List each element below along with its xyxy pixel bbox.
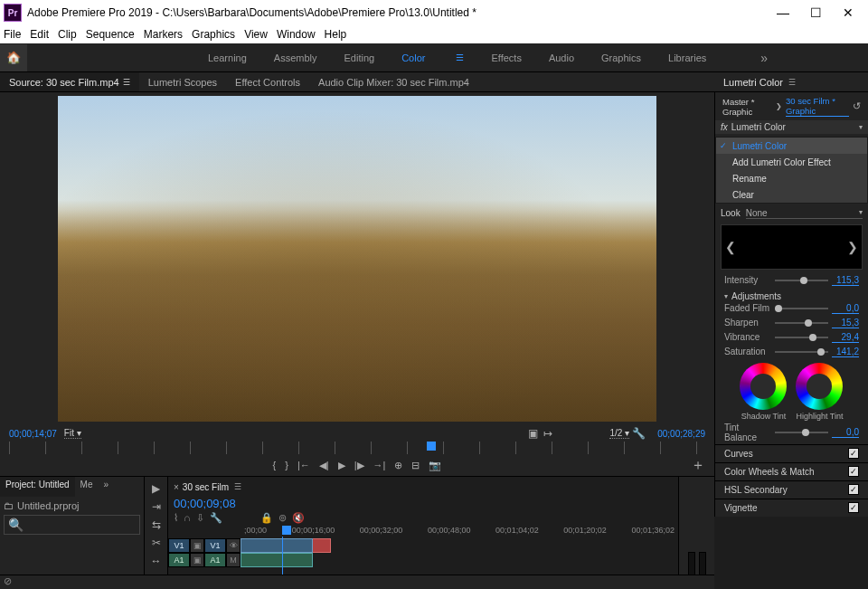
tab-more-icon[interactable]: »: [99, 477, 115, 497]
ripple-tool-icon[interactable]: ⇆: [152, 518, 161, 531]
zoom-fit-dropdown[interactable]: Fit ▾: [64, 428, 81, 439]
tint-balance-slider[interactable]: [775, 432, 828, 433]
workspace-more-button[interactable]: »: [760, 51, 768, 65]
track-v1-target[interactable]: V1: [204, 538, 226, 553]
workspace-menu-icon[interactable]: ☰: [456, 52, 464, 62]
track-a1-source[interactable]: A1: [168, 553, 190, 567]
track-select-tool-icon[interactable]: ⇥: [152, 500, 161, 513]
track-a1-target[interactable]: A1: [204, 553, 226, 567]
workspace-graphics[interactable]: Graphics: [601, 52, 641, 63]
menu-file[interactable]: File: [4, 28, 21, 41]
timeline-ruler[interactable]: ;00;00 00;00;16;00 00;00;32;00 00;00;48;…: [241, 526, 678, 538]
workspace-learning[interactable]: Learning: [208, 52, 247, 63]
timeline-timecode[interactable]: 00;00;09;08: [168, 497, 678, 510]
marker-icon[interactable]: ⇩: [196, 512, 204, 524]
close-button[interactable]: ✕: [832, 0, 864, 25]
project-file[interactable]: 🗀Untitled.prproj: [4, 500, 140, 511]
tab-effect-controls[interactable]: Effect Controls: [226, 72, 309, 91]
clip-link[interactable]: 30 sec Film * Graphic: [786, 96, 849, 117]
tab-media[interactable]: Me: [75, 477, 99, 497]
minimize-button[interactable]: —: [767, 0, 799, 25]
faded-film-slider[interactable]: [775, 308, 828, 309]
highlight-tint-wheel[interactable]: [796, 363, 843, 410]
workspace-editing[interactable]: Editing: [344, 52, 375, 63]
ruler-playhead[interactable]: [427, 442, 436, 451]
intensity-slider[interactable]: [775, 280, 828, 281]
viewer-ruler[interactable]: [9, 442, 705, 454]
vibrance-value[interactable]: 29,4: [832, 332, 859, 343]
workspace-color[interactable]: Color: [401, 52, 425, 63]
dropdown-item-lumetri[interactable]: Lumetri Color: [716, 138, 867, 154]
play-button[interactable]: ▶: [338, 460, 345, 471]
button-editor-icon[interactable]: ＋: [691, 456, 705, 475]
section-curves[interactable]: Curves✓: [715, 444, 868, 462]
menu-help[interactable]: Help: [325, 28, 347, 41]
menu-graphics[interactable]: Graphics: [192, 28, 235, 41]
step-back-icon[interactable]: ◀|: [319, 460, 329, 471]
menu-markers[interactable]: Markers: [144, 28, 183, 41]
faded-film-value[interactable]: 0,0: [832, 303, 859, 314]
overwrite-icon[interactable]: ↦: [543, 427, 552, 440]
timeline-playhead[interactable]: [282, 526, 291, 535]
fx-dropdown-trigger[interactable]: fx Lumetri Color ▾ Lumetri Color Add Lum…: [715, 120, 868, 134]
track-mute-icon[interactable]: 🔇: [292, 512, 305, 524]
home-button[interactable]: 🏠: [0, 44, 27, 71]
menu-edit[interactable]: Edit: [30, 28, 49, 41]
mark-in-icon[interactable]: {: [273, 460, 277, 470]
resolution-dropdown[interactable]: 1/2 ▾: [609, 428, 629, 439]
adjustments-header[interactable]: ▾Adjustments: [715, 288, 868, 301]
track-v1-toggle[interactable]: ▣: [190, 538, 204, 553]
reset-icon[interactable]: ↺: [853, 100, 861, 112]
menu-view[interactable]: View: [244, 28, 268, 41]
saturation-value[interactable]: 141,2: [832, 347, 859, 357]
video-clip[interactable]: [241, 538, 313, 553]
workspace-effects[interactable]: Effects: [491, 52, 521, 63]
next-look-icon[interactable]: ❯: [847, 240, 858, 254]
settings-icon[interactable]: 🔧: [632, 427, 646, 440]
menu-sequence[interactable]: Sequence: [86, 28, 135, 41]
look-dropdown[interactable]: None▾: [746, 208, 863, 219]
dropdown-item-clear[interactable]: Clear: [716, 186, 867, 203]
tab-source[interactable]: Source: 30 sec Film.mp4☰: [0, 72, 139, 91]
workspace-audio[interactable]: Audio: [549, 52, 574, 63]
panel-menu-icon[interactable]: ☰: [788, 78, 796, 87]
sharpen-value[interactable]: 15,3: [832, 318, 859, 328]
track-v1-eye-icon[interactable]: 👁: [226, 538, 241, 553]
selection-tool-icon[interactable]: ▶: [152, 482, 160, 495]
duration-timecode[interactable]: 00;00;28;29: [657, 429, 705, 439]
prev-look-icon[interactable]: ❮: [725, 240, 736, 254]
audio-clip[interactable]: [241, 553, 313, 567]
sequence-name[interactable]: 30 sec Film: [183, 482, 229, 492]
playhead-timecode[interactable]: 00;00;14;07: [9, 429, 57, 439]
panel-menu-icon[interactable]: ☰: [123, 78, 130, 87]
tab-project[interactable]: Project: Untitled: [0, 477, 75, 497]
section-vignette[interactable]: Vignette✓: [715, 499, 868, 517]
vibrance-slider[interactable]: [775, 337, 828, 338]
video-preview[interactable]: [58, 96, 656, 422]
snap-icon[interactable]: ⌇: [174, 512, 178, 524]
sharpen-slider[interactable]: [775, 322, 828, 324]
section-hsl-secondary[interactable]: HSL Secondary✓: [715, 480, 868, 499]
workspace-libraries[interactable]: Libraries: [668, 52, 706, 63]
track-sync-icon[interactable]: ⊚: [278, 512, 287, 524]
track-lock-icon[interactable]: 🔒: [260, 512, 273, 524]
close-sequence-icon[interactable]: ×: [174, 482, 179, 492]
insert-icon[interactable]: ▣: [528, 427, 538, 440]
tab-audio-clip-mixer[interactable]: Audio Clip Mixer: 30 sec Film.mp4: [309, 72, 478, 91]
linked-icon[interactable]: ∩: [184, 512, 191, 524]
go-out-icon[interactable]: →|: [373, 460, 386, 470]
overwrite-edit-icon[interactable]: ⊟: [411, 460, 420, 471]
intensity-value[interactable]: 115,3: [832, 275, 859, 286]
menu-window[interactable]: Window: [277, 28, 316, 41]
shadow-tint-wheel[interactable]: [740, 363, 787, 410]
tint-balance-value[interactable]: 0,0: [832, 427, 859, 438]
go-in-icon[interactable]: |←: [297, 460, 310, 470]
panel-menu-icon[interactable]: ☰: [234, 482, 241, 491]
export-frame-icon[interactable]: 📷: [429, 460, 441, 471]
razor-tool-icon[interactable]: ✂: [152, 537, 161, 549]
settings-icon[interactable]: 🔧: [210, 512, 222, 524]
track-a1-mute-icon[interactable]: M: [226, 553, 241, 567]
saturation-slider[interactable]: [775, 351, 828, 353]
section-color-wheels[interactable]: Color Wheels & Match✓: [715, 462, 868, 480]
slip-tool-icon[interactable]: ↔: [151, 555, 162, 567]
